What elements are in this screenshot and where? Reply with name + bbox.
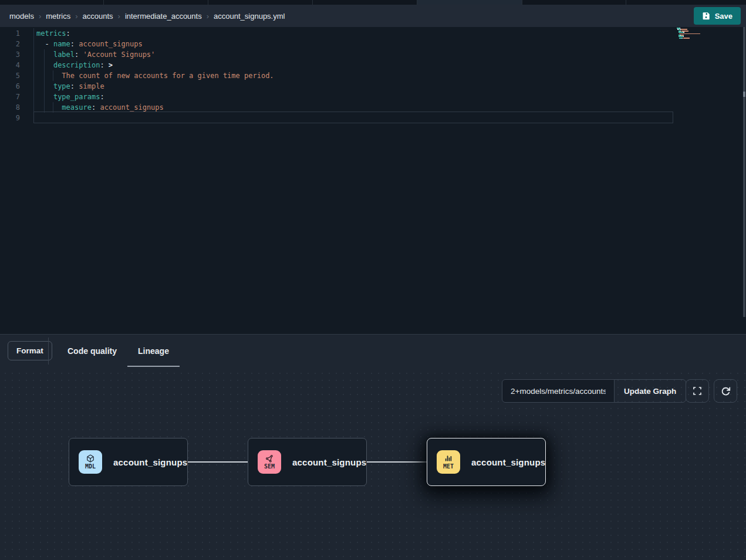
update-graph-button[interactable]: Update Graph	[614, 379, 686, 403]
scrollbar-cursor-mark	[743, 92, 745, 97]
save-floppy-icon	[702, 12, 710, 20]
chevron-separator-icon: ›	[75, 12, 77, 21]
code-line[interactable]: 6 type: simple	[0, 81, 746, 92]
code-line-content	[20, 113, 36, 123]
top-tab[interactable]	[104, 0, 208, 5]
refresh-button[interactable]	[714, 379, 737, 403]
lineage-node-metric[interactable]: MET account_signups	[427, 438, 546, 486]
line-number: 5	[0, 70, 20, 81]
lineage-selector-group: Update Graph	[502, 379, 686, 403]
minimap-line	[677, 39, 713, 40]
line-number: 3	[0, 49, 20, 60]
code-line[interactable]: 1metrics:	[0, 28, 746, 39]
model-badge: MDL	[79, 450, 102, 474]
tab-lineage[interactable]: Lineage	[127, 335, 180, 367]
top-tab-strip	[0, 0, 746, 5]
code-line[interactable]: 8 measure: account_signups	[0, 102, 746, 113]
chevron-separator-icon: ›	[118, 12, 120, 21]
line-number: 6	[0, 81, 20, 92]
top-tab[interactable]	[208, 0, 313, 5]
tab-code-quality[interactable]: Code quality	[57, 335, 127, 367]
semantic-model-badge: SEM	[258, 450, 281, 474]
code-line[interactable]: 5 The count of new accounts for a given …	[0, 70, 746, 81]
breadcrumb-bar: models›metrics›accounts›intermediate_acc…	[0, 5, 746, 27]
breadcrumb-item[interactable]: metrics	[46, 12, 70, 21]
code-line[interactable]: 2 - name: account_signups	[0, 39, 746, 49]
node-label: account_signups	[471, 457, 545, 467]
triangle-network-icon	[265, 454, 274, 463]
top-tab[interactable]	[0, 0, 104, 5]
node-label: account_signups	[113, 457, 187, 467]
fullscreen-button[interactable]	[686, 379, 709, 403]
semantic-model-badge-label: SEM	[264, 463, 275, 470]
lineage-selector-input[interactable]	[502, 379, 615, 403]
breadcrumb-item[interactable]: accounts	[83, 12, 113, 21]
line-number: 7	[0, 92, 20, 102]
code-line[interactable]: 7 type_params:	[0, 92, 746, 102]
top-tab[interactable]	[626, 0, 746, 5]
line-number: 8	[0, 102, 20, 113]
breadcrumb: models›metrics›accounts›intermediate_acc…	[9, 12, 285, 21]
metric-badge: MET	[437, 450, 460, 474]
bottom-panel: Format Code quality Lineage Update Graph	[0, 334, 746, 560]
metric-badge-label: MET	[443, 463, 454, 470]
save-button[interactable]: Save	[694, 7, 741, 25]
cube-icon	[86, 454, 94, 463]
code-lines[interactable]: 1metrics:2 - name: account_signups3 labe…	[0, 28, 746, 123]
code-line-content: label: 'Account Signups'	[20, 49, 155, 60]
top-tab[interactable]	[522, 0, 626, 5]
top-tab[interactable]	[313, 0, 417, 5]
editor-scrollbar[interactable]	[743, 27, 745, 317]
node-label: account_signups	[292, 457, 366, 467]
code-line-content: The count of new accounts for a given ti…	[20, 70, 274, 81]
code-editor[interactable]: 1metrics:2 - name: account_signups3 labe…	[0, 27, 746, 334]
lineage-edge	[188, 461, 248, 463]
bar-chart-icon	[444, 454, 453, 463]
code-line-content: type_params:	[20, 92, 104, 102]
tab-divider	[48, 338, 49, 365]
code-line[interactable]: 3 label: 'Account Signups'	[0, 49, 746, 60]
line-number: 4	[0, 60, 20, 70]
lineage-node-model[interactable]: MDL account_signups	[69, 438, 188, 486]
fullscreen-icon	[693, 386, 702, 396]
line-number: 9	[0, 113, 20, 123]
chevron-separator-icon: ›	[207, 12, 209, 21]
top-tab-active[interactable]	[417, 0, 522, 5]
breadcrumb-item[interactable]: account_signups.yml	[214, 12, 285, 21]
breadcrumb-item[interactable]: models	[9, 12, 34, 21]
lineage-edge	[367, 461, 427, 463]
code-line-content: type: simple	[20, 81, 104, 92]
format-button[interactable]: Format	[8, 341, 52, 360]
minimap[interactable]	[677, 28, 713, 41]
code-line[interactable]: 9	[0, 113, 746, 123]
code-line-content: metrics:	[20, 28, 70, 39]
lineage-node-semantic-model[interactable]: SEM account_signups	[248, 438, 367, 486]
lineage-canvas[interactable]: Update Graph	[0, 367, 746, 560]
save-button-label: Save	[715, 12, 733, 21]
code-line[interactable]: 4 description: >	[0, 60, 746, 70]
model-badge-label: MDL	[85, 463, 96, 470]
breadcrumb-item[interactable]: intermediate_accounts	[125, 12, 202, 21]
line-number: 2	[0, 39, 20, 49]
line-number: 1	[0, 28, 20, 39]
code-line-content: description: >	[20, 60, 113, 70]
code-line-content: - name: account_signups	[20, 39, 143, 49]
code-line-content: measure: account_signups	[20, 102, 164, 113]
chevron-separator-icon: ›	[39, 12, 41, 21]
refresh-icon	[721, 386, 731, 396]
panel-tabs: Code quality Lineage	[57, 335, 180, 367]
